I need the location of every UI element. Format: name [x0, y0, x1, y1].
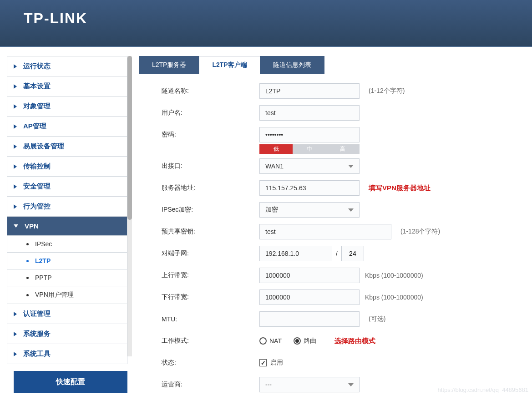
mtu-label: MTU:	[162, 315, 259, 323]
password-strength: 低 中 高	[259, 144, 360, 154]
strength-mid: 中	[293, 144, 326, 154]
psk-hint: (1-128个字符)	[400, 228, 440, 236]
mode-route-label: 路由	[304, 337, 316, 345]
nav-label: 运行状态	[23, 62, 51, 71]
nav-transmission[interactable]: 传输控制	[7, 157, 127, 177]
nav-label: 基本设置	[23, 82, 51, 91]
main-content: L2TP服务器 L2TP客户端 隧道信息列表 隧道名称: (1-12个字符) 用…	[132, 47, 532, 396]
status-enable-checkbox[interactable]: 启用	[259, 359, 283, 367]
peer-subnet-label: 对端子网:	[162, 249, 259, 258]
tab-l2tp-server[interactable]: L2TP服务器	[139, 56, 199, 74]
caret-right-icon	[14, 312, 17, 316]
interface-label: 出接口:	[162, 162, 259, 170]
status-label: 状态:	[162, 359, 259, 367]
tab-l2tp-client[interactable]: L2TP客户端	[199, 56, 260, 74]
nav-label: 认证管理	[23, 310, 51, 318]
sidebar-scrollbar[interactable]	[127, 56, 132, 356]
brand-logo: TP-LINK	[0, 0, 532, 27]
tab-tunnel-list[interactable]: 隧道信息列表	[260, 56, 324, 74]
nav-services[interactable]: 系统服务	[7, 324, 127, 344]
caret-right-icon	[14, 184, 17, 189]
server-addr-label: 服务器地址:	[162, 184, 259, 192]
nav-label: 传输控制	[23, 162, 51, 171]
ipsec-value: 加密	[265, 206, 278, 214]
mtu-hint: (可选)	[369, 315, 385, 323]
scrollbar-thumb[interactable]	[127, 56, 132, 220]
username-label: 用户名:	[162, 109, 259, 117]
caret-right-icon	[14, 64, 17, 69]
status-enable-label: 启用	[270, 359, 283, 367]
nav-label: 系统工具	[23, 350, 51, 358]
nav-label: AP管理	[23, 122, 46, 131]
mode-route-option[interactable]: 路由	[294, 337, 316, 345]
chevron-down-icon	[348, 165, 354, 168]
password-input[interactable]	[259, 127, 360, 142]
quick-config-button[interactable]: 快速配置	[14, 371, 127, 393]
radio-icon	[259, 337, 267, 345]
chevron-down-icon	[348, 383, 354, 386]
nav-label: 易展设备管理	[23, 142, 64, 151]
checkbox-checked-icon	[259, 359, 267, 366]
strength-high: 高	[326, 144, 360, 154]
mode-annotation: 选择路由模式	[334, 337, 375, 345]
username-input[interactable]	[259, 105, 360, 121]
mode-label: 工作模式:	[162, 337, 259, 345]
psk-input[interactable]	[259, 224, 391, 239]
nav-label: VPN	[25, 222, 39, 230]
isp-select[interactable]: ---	[259, 377, 360, 392]
dot-icon	[26, 277, 29, 279]
down-bw-label: 下行带宽:	[162, 293, 259, 301]
nav-label: 安全管理	[23, 182, 51, 191]
isp-label: 运营商:	[162, 381, 259, 389]
nav-ap[interactable]: AP管理	[7, 117, 127, 137]
mode-nat-option[interactable]: NAT	[259, 337, 282, 345]
password-label: 密码:	[162, 131, 259, 139]
sub-pptp[interactable]: PPTP	[7, 269, 127, 286]
sub-label: VPN用户管理	[35, 291, 74, 299]
nav-behavior[interactable]: 行为管控	[7, 197, 127, 217]
ipsec-select[interactable]: 加密	[259, 202, 360, 218]
nav-mesh[interactable]: 易展设备管理	[7, 137, 127, 157]
mtu-input[interactable]	[259, 311, 360, 327]
nav-auth[interactable]: 认证管理	[7, 304, 127, 324]
caret-right-icon	[14, 84, 17, 89]
caret-right-icon	[14, 164, 17, 169]
nav-tools[interactable]: 系统工具	[7, 344, 127, 364]
radio-checked-icon	[294, 337, 301, 345]
down-bw-hint: Kbps (100-1000000)	[365, 294, 423, 301]
down-bw-input[interactable]	[259, 289, 360, 305]
up-bw-input[interactable]	[259, 268, 360, 283]
up-bw-hint: Kbps (100-1000000)	[365, 272, 423, 279]
peer-subnet-input[interactable]	[259, 246, 332, 261]
sub-label: IPSec	[35, 240, 52, 248]
server-addr-annotation: 填写VPN服务器地址	[369, 184, 431, 193]
dot-icon	[26, 260, 29, 262]
nav-object[interactable]: 对象管理	[7, 96, 127, 117]
nav-label: 系统服务	[23, 330, 51, 338]
dot-icon	[26, 243, 29, 245]
chevron-down-icon	[348, 208, 354, 212]
caret-right-icon	[14, 332, 17, 336]
sub-ipsec[interactable]: IPSec	[7, 236, 127, 253]
nav-basic[interactable]: 基本设置	[7, 76, 127, 96]
interface-select[interactable]: WAN1	[259, 158, 360, 174]
sub-label: L2TP	[35, 257, 51, 264]
strength-low: 低	[259, 144, 293, 154]
server-addr-input[interactable]	[259, 180, 360, 196]
caret-down-icon	[14, 224, 18, 228]
sub-vpn-users[interactable]: VPN用户管理	[7, 286, 127, 304]
l2tp-client-form: 隧道名称: (1-12个字符) 用户名: 密码: 低 中 高 出接口: WAN1	[139, 74, 532, 396]
watermark: https://blog.csdn.net/qq_44895681	[438, 386, 529, 393]
sub-label: PPTP	[35, 274, 52, 281]
sub-l2tp[interactable]: L2TP	[7, 253, 127, 269]
ipsec-label: IPSec加密:	[162, 206, 259, 214]
nav-label: 对象管理	[23, 102, 51, 111]
caret-right-icon	[14, 144, 17, 149]
nav-status[interactable]: 运行状态	[7, 56, 127, 76]
header: TP-LINK	[0, 0, 532, 47]
nav-vpn[interactable]: VPN	[7, 217, 127, 236]
caret-right-icon	[14, 124, 17, 129]
nav-security[interactable]: 安全管理	[7, 177, 127, 197]
peer-mask-input[interactable]	[341, 246, 364, 261]
tunnel-name-input[interactable]	[259, 83, 360, 99]
